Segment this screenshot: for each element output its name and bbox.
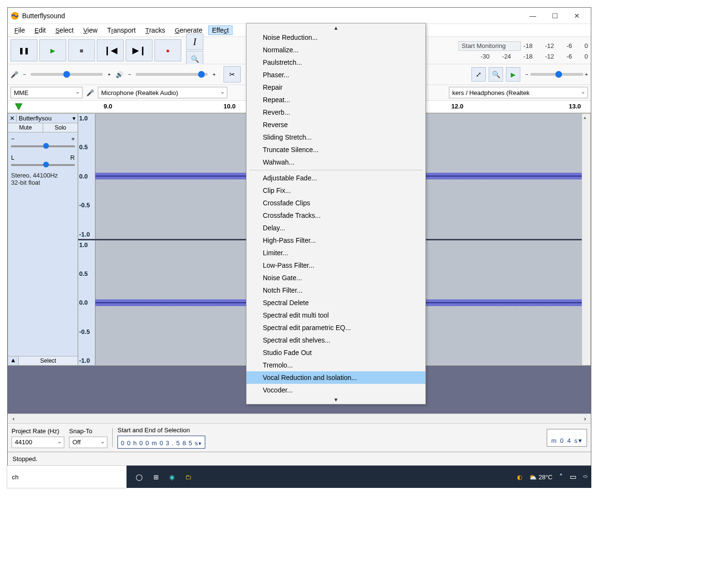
ruler-tick: 12.0: [451, 103, 463, 110]
vertical-scrollbar[interactable]: [582, 114, 590, 365]
effect-menu-item[interactable]: Truncate Silence...: [247, 143, 425, 156]
effect-menu-item[interactable]: Spectral edit parametric EQ...: [247, 321, 425, 334]
weather-widget[interactable]: ⛅ 28°C: [529, 474, 552, 481]
svg-marker-1: [15, 104, 22, 110]
effect-menu-item[interactable]: Reverb...: [247, 106, 425, 119]
effect-menu-item[interactable]: Reverse: [247, 119, 425, 131]
effect-menu-item[interactable]: Phaser...: [247, 69, 425, 81]
effect-menu-item[interactable]: Sliding Stretch...: [247, 131, 425, 143]
effect-menu-item[interactable]: Spectral edit multi tool: [247, 309, 425, 321]
playback-device-combo[interactable]: kers / Headphones (Realtek: [449, 87, 588, 98]
rec-meter-ticks: -18 -12 -6 0: [524, 42, 588, 49]
menu-effect[interactable]: Effect: [208, 25, 233, 35]
effect-menu-item[interactable]: Crossfade Tracks...: [247, 209, 425, 222]
minimize-button[interactable]: —: [522, 9, 544, 23]
project-rate-label: Project Rate (Hz): [12, 427, 64, 435]
project-rate-combo[interactable]: 44100: [12, 437, 64, 448]
effect-menu-item[interactable]: Vocal Reduction and Isolation...: [247, 371, 425, 384]
audio-position-display[interactable]: m 0 4 s▾: [547, 429, 587, 447]
effect-menu-item[interactable]: Vocoder...: [247, 384, 425, 396]
stop-button[interactable]: ■: [68, 39, 95, 61]
record-button[interactable]: ●: [154, 39, 181, 61]
effect-menu-item[interactable]: Notch Filter...: [247, 284, 425, 296]
track-name-dropdown[interactable]: Butterflysou▾: [17, 114, 78, 123]
cut-button[interactable]: ✂: [223, 66, 241, 83]
skip-start-button[interactable]: ❙◀: [97, 39, 124, 61]
search-box[interactable]: ch: [7, 465, 127, 488]
close-button[interactable]: ✕: [566, 9, 588, 23]
mute-button[interactable]: Mute: [8, 123, 43, 132]
zoom-sel-button[interactable]: ⤢: [471, 67, 486, 82]
vertical-scale: 1.0 0.5 0.0 -0.5 -1.0: [78, 240, 95, 366]
gain-slider[interactable]: −+: [8, 132, 78, 151]
effect-menu-item[interactable]: Spectral Delete: [247, 296, 425, 309]
recording-device-combo[interactable]: Microphone (Realtek Audio): [98, 87, 227, 98]
playhead-icon[interactable]: [13, 102, 24, 112]
effect-menu-item[interactable]: Tremolo...: [247, 359, 425, 371]
track-control-panel: ✕ Butterflysou▾ Mute Solo −+ LR Stereo, …: [8, 114, 78, 365]
speaker-icon: 🔊: [116, 71, 123, 78]
scroll-right-icon[interactable]: ›: [584, 415, 586, 422]
wifi-icon[interactable]: ⌔: [583, 473, 587, 481]
scroll-left-icon[interactable]: ‹: [12, 415, 14, 422]
menu-transport[interactable]: Transport: [103, 25, 140, 35]
effect-menu-dropdown: ▲ Noise Reduction...Normalize...Paulstre…: [246, 23, 426, 404]
text-tool-button[interactable]: I: [186, 34, 203, 50]
effect-menu-item[interactable]: Repeat...: [247, 94, 425, 106]
rec-meter-hint: Start Monitoring: [462, 42, 506, 49]
menu-scroll-down[interactable]: ▼: [247, 396, 425, 403]
play-region-button[interactable]: ▶: [506, 67, 520, 82]
effect-menu-item[interactable]: Limiter...: [247, 247, 425, 259]
track-select-button[interactable]: Select: [19, 356, 78, 365]
effect-menu-item[interactable]: Paulstretch...: [247, 56, 425, 69]
effect-menu-item[interactable]: Delay...: [247, 222, 425, 234]
menu-file[interactable]: File: [11, 25, 29, 35]
selection-start-field[interactable]: 0 0 h 0 0 m 0 3 . 5 8 5 s▾: [117, 436, 205, 449]
horizontal-scrollbar[interactable]: ‹ ›: [8, 414, 591, 423]
status-bar: Stopped.: [8, 452, 591, 465]
edge-icon[interactable]: ◉: [169, 474, 175, 481]
menu-edit[interactable]: Edit: [31, 25, 49, 35]
effect-menu-item[interactable]: Noise Gate...: [247, 272, 425, 284]
effect-menu-item[interactable]: Wahwah...: [247, 156, 425, 168]
track-format-info: Stereo, 44100Hz 32-bit float: [8, 170, 78, 188]
effect-menu-item[interactable]: Normalize...: [247, 44, 425, 56]
app-icon: [11, 12, 19, 20]
audio-host-combo[interactable]: MME: [11, 87, 82, 98]
play-button[interactable]: ▶: [39, 39, 66, 61]
pause-button[interactable]: ❚❚: [11, 39, 37, 61]
effect-menu-item[interactable]: Studio Fade Out: [247, 346, 425, 359]
menu-select[interactable]: Select: [51, 25, 77, 35]
zoom-fit-button[interactable]: 🔍: [489, 67, 503, 82]
menu-scroll-up[interactable]: ▲: [247, 24, 425, 31]
solo-button[interactable]: Solo: [43, 123, 78, 132]
audacity-taskbar-icon[interactable]: ◐: [517, 474, 522, 481]
recording-meter[interactable]: Start Monitoring: [458, 41, 521, 51]
playback-volume-slider[interactable]: [136, 73, 208, 76]
effect-menu-item[interactable]: Crossfade Clips: [247, 197, 425, 209]
effect-menu-item[interactable]: Clip Fix...: [247, 184, 425, 197]
task-view-icon[interactable]: ⊞: [153, 474, 159, 481]
effect-menu-item[interactable]: High-Pass Filter...: [247, 234, 425, 247]
effect-menu-item[interactable]: Spectral edit shelves...: [247, 334, 425, 346]
effect-menu-item[interactable]: Repair: [247, 81, 425, 94]
track-close-button[interactable]: ✕: [8, 115, 17, 122]
effect-menu-item[interactable]: Low-Pass Filter...: [247, 259, 425, 272]
ruler-tick: 9.0: [104, 103, 112, 110]
menu-view[interactable]: View: [80, 25, 102, 35]
battery-icon[interactable]: ▭: [570, 473, 576, 481]
snap-to-combo[interactable]: Off: [69, 437, 107, 448]
maximize-button[interactable]: ☐: [544, 9, 566, 23]
recording-volume-slider[interactable]: [31, 73, 103, 76]
effect-menu-item[interactable]: Adjustable Fade...: [247, 172, 425, 184]
tray-chevron-icon[interactable]: ˄: [559, 473, 563, 481]
playback-speed-slider[interactable]: − +: [525, 67, 588, 82]
menu-tracks[interactable]: Tracks: [141, 25, 169, 35]
skip-end-button[interactable]: ▶❙: [126, 39, 153, 61]
mic-icon: 🎤: [11, 71, 18, 78]
track-collapse-button[interactable]: ▲: [8, 356, 19, 365]
pan-slider[interactable]: LR: [8, 151, 78, 170]
effect-menu-item[interactable]: Noise Reduction...: [247, 31, 425, 44]
cortana-icon[interactable]: ◯: [136, 474, 143, 481]
explorer-icon[interactable]: 🗀: [185, 474, 191, 481]
